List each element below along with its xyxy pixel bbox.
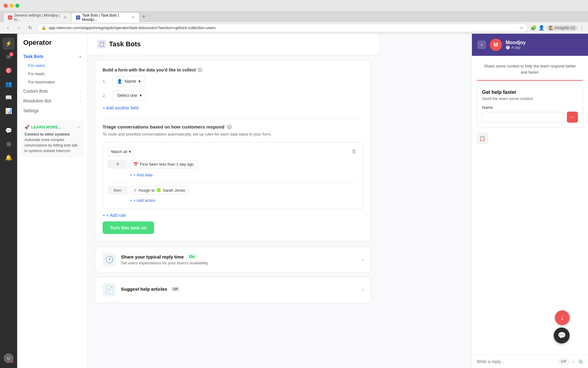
scroll-down-fab[interactable]: ↓ <box>555 310 570 325</box>
chat-fab[interactable]: 💬 <box>554 328 570 343</box>
nav-icon-messages[interactable]: 💬 <box>2 125 15 137</box>
task-bots-label: Task Bots <box>23 54 43 59</box>
condition-text: First Seen less than 1 day ago <box>140 162 194 167</box>
delete-rule-button[interactable]: 🗑 <box>350 148 358 155</box>
nav-icon-inbox[interactable]: ✉ 1 <box>2 51 15 63</box>
field-dropdown-icon: ▾ <box>138 79 141 84</box>
select-dropdown-icon: ▾ <box>140 93 142 98</box>
learn-more-title[interactable]: 🚀 LEARN MORE... – <box>24 124 80 130</box>
nav-icon-notifications[interactable]: 🔔 <box>2 151 15 164</box>
condition-pill[interactable]: 📅 First Seen less than 1 day ago <box>130 160 197 168</box>
help-articles-card[interactable]: 📄 Suggest help articles Off › <box>95 277 371 303</box>
sidebar-item-custom-bots[interactable]: Custom Bots › <box>17 86 87 96</box>
form-submit-button[interactable]: → <box>567 112 578 123</box>
sidebar-title: Operator <box>17 39 87 52</box>
triage-desc: To route and prioritize conversations au… <box>103 131 364 137</box>
add-action-plus-icon: + <box>130 198 132 203</box>
action-pill[interactable]: ↺ Assign to Sarah Jonas <box>130 186 188 194</box>
clock-icon: 🕐 <box>506 45 510 50</box>
sidebar-item-settings[interactable]: Settings <box>17 106 87 116</box>
nav-icon-reports[interactable]: 📊 <box>2 105 15 117</box>
help-icon-build[interactable]: ? <box>198 67 202 72</box>
reply-time-card[interactable]: 🕐 Share your typical reply time On Set u… <box>95 247 371 273</box>
name-input[interactable] <box>482 112 564 122</box>
browser-toolbar: ‹ › ↻ 🔒 app.intercom.com/a/apps/nnsgmgob… <box>0 22 588 34</box>
action-text: Assign to <box>138 188 155 193</box>
rule-box: Match all ▾ 🗑 If 📅 First Seen less than … <box>103 142 364 209</box>
right-panel-body: Share some context to help the team resp… <box>472 56 588 355</box>
minimize-button[interactable] <box>9 4 13 8</box>
add-field-link[interactable]: + Add another field <box>103 104 364 112</box>
page-icon: 📋 <box>97 40 106 48</box>
forward-nav-button[interactable]: › <box>15 24 23 32</box>
task-bots-chevron: ▾ <box>79 55 81 59</box>
context-divider <box>477 80 583 81</box>
sidebar-item-for-teammates[interactable]: For teammates <box>17 78 87 86</box>
add-field-text: + Add another field <box>103 105 138 110</box>
add-data-plus-icon: + <box>130 173 132 177</box>
turn-on-button[interactable]: Turn this task on <box>103 221 154 234</box>
add-data-link[interactable]: + + Add data <box>108 171 358 178</box>
turn-on-label: Turn this task on <box>110 225 147 230</box>
learn-more-close-icon[interactable]: – <box>77 124 80 130</box>
tab-label-active: Task Bots | Task Bots | Moodjo... <box>82 13 129 22</box>
help-articles-title: Suggest help articles Off <box>121 286 357 292</box>
nav-icon-people[interactable]: 👥 <box>2 78 15 90</box>
nav-icon-articles[interactable]: 📖 <box>2 91 15 104</box>
tab-close[interactable]: ✕ <box>64 15 67 20</box>
tab-icon-active: T <box>76 15 80 20</box>
help-articles-chevron-icon: › <box>362 286 364 293</box>
add-data-text: + Add data <box>134 173 153 177</box>
sidebar-item-resolution-bot[interactable]: Resolution Bot › <box>17 96 87 106</box>
right-panel-company-info: Moodjoy 🕐 A day <box>506 40 526 50</box>
nav-icon-apps[interactable]: ⊞ <box>2 138 15 150</box>
contacts-icon: 🎯 <box>5 67 12 74</box>
operator-icon: ⚡ <box>5 40 12 47</box>
field-select-button[interactable]: Select one ▾ <box>112 90 146 101</box>
people-icon: 👥 <box>5 81 12 87</box>
sidebar-item-for-leads[interactable]: For leads <box>17 70 87 78</box>
nav-icon-operator[interactable]: ⚡ <box>2 37 15 50</box>
menu-icon[interactable]: ⋮ <box>579 25 584 31</box>
extensions-icon[interactable]: 🧩 <box>530 25 537 31</box>
reload-button[interactable]: ↻ <box>26 24 34 32</box>
operator-icon[interactable]: 📋 <box>477 133 488 144</box>
if-label: If <box>108 160 127 168</box>
gif-button[interactable]: GIF <box>559 359 569 364</box>
trash-icon: 🗑 <box>352 149 356 154</box>
form-subtitle: Send the team some context <box>482 96 578 101</box>
back-nav-button[interactable]: ‹ <box>4 24 12 32</box>
profile-icon[interactable]: 👤 <box>538 25 545 31</box>
reply-time-chevron-icon: › <box>362 256 364 263</box>
nav-icon-contacts[interactable]: 🎯 <box>2 64 15 77</box>
address-text: app.intercom.com/a/apps/nnsgmgob/operato… <box>49 25 517 30</box>
chevron-down-icon: ↓ <box>561 314 564 322</box>
reply-time-title-text: Share your typical reply time <box>121 254 184 259</box>
learn-more-body: Connect to other systems Automate more c… <box>24 132 80 154</box>
field-name-button[interactable]: 👤 Name ▾ <box>112 76 145 86</box>
add-rule-link[interactable]: + + Add rule <box>103 213 364 218</box>
sidebar-item-task-bots[interactable]: Task Bots ▾ <box>17 52 87 61</box>
reply-input[interactable] <box>477 359 556 364</box>
attachment-button[interactable]: 📎 <box>578 359 583 364</box>
emoji-button[interactable]: ☺ <box>571 359 575 364</box>
close-button[interactable] <box>4 4 8 8</box>
tab-general-settings[interactable]: G General settings | Moodjoy | In... ✕ <box>4 13 71 22</box>
help-icon-triage[interactable]: ? <box>227 125 232 129</box>
resolution-bot-label: Resolution Bot <box>23 98 51 103</box>
sidebar-item-for-users[interactable]: For users <box>17 61 87 70</box>
nav-icon-avatar[interactable]: U <box>2 352 15 364</box>
user-avatar: U <box>4 353 13 363</box>
new-tab-button[interactable]: + <box>140 13 148 20</box>
avatar-status-dot <box>11 361 13 363</box>
right-panel-back-button[interactable]: ‹ <box>477 40 486 49</box>
tab-task-bots[interactable]: T Task Bots | Task Bots | Moodjo... ✕ <box>72 13 139 22</box>
help-articles-icon: 📄 <box>103 283 116 297</box>
bookmark-icon[interactable]: ☆ <box>520 25 523 30</box>
match-all-button[interactable]: Match all ▾ <box>108 148 134 156</box>
add-action-link[interactable]: + + Add action <box>108 197 358 204</box>
right-panel-form-card: Get help faster Send the team some conte… <box>477 84 583 128</box>
address-bar[interactable]: 🔒 app.intercom.com/a/apps/nnsgmgob/opera… <box>37 24 528 32</box>
tab-close-active[interactable]: ✕ <box>132 15 135 20</box>
fullscreen-button[interactable] <box>15 4 19 8</box>
